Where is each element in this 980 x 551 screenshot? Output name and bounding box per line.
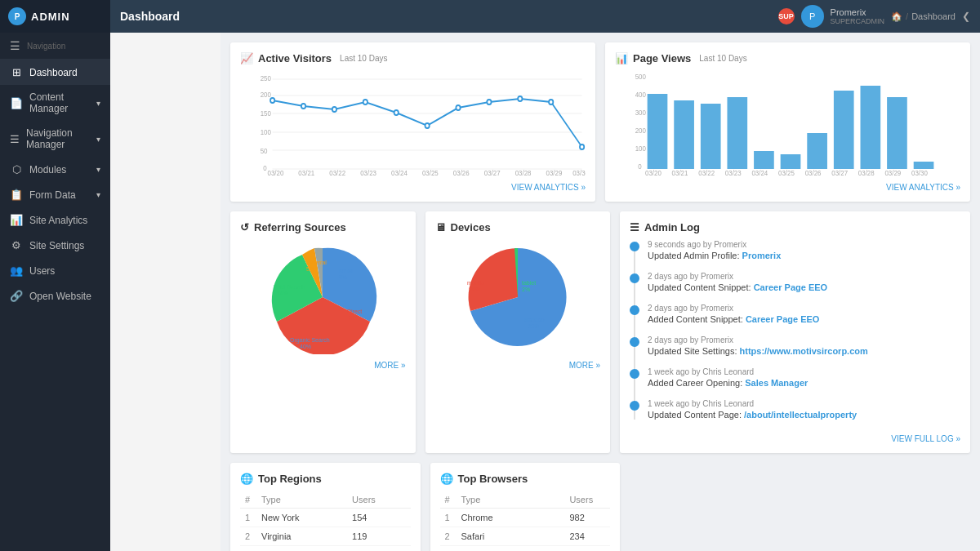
site-settings-icon: ⚙ [10,239,23,251]
svg-text:03/30: 03/30 [911,169,928,177]
svg-text:400: 400 [635,91,646,100]
svg-text:03/23: 03/23 [725,169,742,177]
svg-rect-46 [807,133,827,169]
referring-sources-more-link[interactable]: MORE » [240,361,406,370]
sidebar-item-open-website[interactable]: 🔗 Open Website [0,283,110,309]
active-visitors-card: 📈 Active Visitors Last 10 Days 250 200 1… [230,42,595,202]
log-entry: 9 seconds ago by Promerix Updated Admin … [630,240,960,260]
svg-text:03/21: 03/21 [672,169,688,177]
svg-rect-48 [861,86,881,169]
sidebar-item-label: Site Analytics [29,215,87,226]
referring-sources-chart: Other 5% Referral 5% Paid Search 16% Org… [240,240,406,354]
log-time: 2 days ago by Promerix [648,304,819,313]
svg-text:03/21: 03/21 [298,169,314,177]
svg-text:03/28: 03/28 [858,169,875,177]
table-row: 1 Chrome 982 [440,509,611,527]
sidebar-item-label: Open Website [29,291,91,302]
admin-log-title: ☰ Admin Log [630,221,960,233]
referring-sources-card: ↺ Referring Sources [230,211,416,453]
svg-point-14 [332,107,336,112]
log-dot [630,273,639,283]
svg-text:29%: 29% [469,287,480,292]
hamburger-icon[interactable]: ☰ [10,39,20,52]
sidebar-item-form-data[interactable]: 📋 Form Data ▾ [0,182,110,207]
page-views-chart: 500 400 300 200 100 0 03/2 [615,71,960,177]
sidebar-item-label: Modules [29,164,66,176]
main-content: 📈 Active Visitors Last 10 Days 250 200 1… [220,33,980,551]
col-header-type: Type [457,491,565,509]
sidebar-item-site-settings[interactable]: ⚙ Site Settings [0,233,110,258]
browser-icon: 🌐 [440,473,453,485]
log-time: 1 week ago by Chris Leonard [648,367,808,376]
sidebar-item-modules[interactable]: ⬡ Modules ▾ [0,157,110,182]
svg-point-19 [487,100,491,104]
view-analytics-link[interactable]: VIEW ANALYTICS » [240,180,586,192]
log-text: Added Content Snippet: Career Page EEO [648,314,819,324]
log-entry: 2 days ago by Promerix Updated Content S… [630,272,960,292]
user-name: Promerix [831,7,885,17]
top-browsers-table: # Type Users 1 Chrome 982 2 Safari 234 [440,491,611,551]
log-time: 2 days ago by Promerix [648,272,827,281]
svg-text:03/26: 03/26 [805,169,822,177]
log-entry: 1 week ago by Chris Leonard Added Career… [630,367,960,388]
sidebar: ☰ Navigation ⊞ Dashboard 📄 Content Manag… [0,0,110,551]
svg-rect-45 [781,154,801,169]
user-sub: SUPERCADMIN [831,17,885,25]
svg-rect-47 [834,91,854,169]
svg-text:03/28: 03/28 [515,169,532,177]
breadcrumb-separator: / [906,11,908,21]
log-time: 2 days ago by Promerix [648,335,868,344]
row-spacer [630,463,970,551]
sidebar-item-users[interactable]: 👥 Users [0,258,110,283]
breadcrumb-current: Dashboard [911,11,956,21]
svg-text:03/29: 03/29 [546,169,563,177]
navigation-manager-icon: ☰ [10,133,20,145]
log-time: 9 seconds ago by Promerix [648,240,781,249]
devices-chart: tablet 2% mobile 29% desktop 63% [435,240,601,354]
devices-card: 🖥 Devices tablet 2% mobile 29% desktop [425,211,611,453]
svg-text:Organic Search: Organic Search [290,337,330,344]
view-analytics-link-pv[interactable]: VIEW ANALYTICS » [615,180,960,192]
svg-text:2%: 2% [522,287,530,292]
sidebar-item-navigation-manager[interactable]: ☰ Navigation Manager ▾ [0,121,110,157]
table-row: 2 Virginia 119 [240,527,411,546]
devices-more-link[interactable]: MORE » [435,361,601,370]
logo: P ADMIN [0,0,110,33]
top-regions-table: # Type Users 1 New York 154 2 Virginia 1… [240,491,411,551]
logo-icon: P [8,7,26,25]
svg-point-18 [456,105,460,110]
svg-text:0: 0 [638,162,642,171]
svg-text:250: 250 [261,74,271,83]
svg-text:03/26: 03/26 [453,169,470,177]
sidebar-item-dashboard[interactable]: ⊞ Dashboard [0,60,110,85]
svg-text:5%: 5% [306,266,314,272]
log-dot [630,369,639,379]
active-visitors-title: 📈 Active Visitors Last 10 Days [240,52,586,64]
log-time: 1 week ago by Chris Leonard [648,399,857,408]
view-full-log-link[interactable]: VIEW FULL LOG » [630,431,960,443]
site-analytics-icon: 📊 [10,214,23,226]
svg-rect-42 [701,104,721,169]
user-badge: SUP [778,8,795,24]
svg-text:100: 100 [635,144,646,153]
svg-text:200: 200 [635,127,646,136]
breadcrumb-home-icon[interactable]: 🏠 [891,11,902,22]
svg-text:03/27: 03/27 [484,169,501,177]
admin-log-icon: ☰ [630,221,639,233]
sidebar-item-content-manager[interactable]: 📄 Content Manager ▾ [0,85,110,121]
svg-point-16 [394,110,399,115]
sidebar-item-label: Users [29,265,55,277]
sidebar-item-label: Site Settings [29,240,84,251]
svg-rect-40 [648,94,668,169]
chevron-icon: ▾ [96,190,100,199]
svg-text:mobile: mobile [467,280,484,286]
nav-back-icon[interactable]: ❮ [962,11,970,22]
svg-text:Direct: Direct [347,309,362,314]
svg-point-13 [301,104,305,109]
svg-text:03/20: 03/20 [645,169,662,177]
chevron-icon: ▾ [96,165,100,174]
svg-text:03/20: 03/20 [267,169,283,177]
svg-text:03/22: 03/22 [329,169,345,177]
sidebar-item-label: Form Data [29,189,76,201]
sidebar-item-site-analytics[interactable]: 📊 Site Analytics [0,207,110,233]
